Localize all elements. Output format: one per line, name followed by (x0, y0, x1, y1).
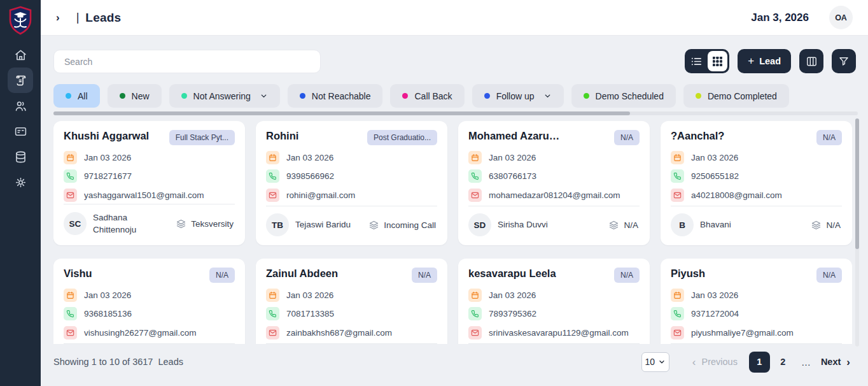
filter-chip[interactable]: Not Answering (169, 84, 280, 108)
lead-phone: 7893795362 (489, 309, 536, 318)
page-2-button[interactable]: 2 (773, 352, 794, 373)
pagination-bar: Showing 1 to 10 of 3617 Leads 10 ‹ Previ… (41, 348, 868, 376)
phone-icon (266, 307, 279, 320)
status-dot-icon (181, 93, 187, 99)
lead-card[interactable]: ?Aanchal? N/A Jan 03 2026 (661, 121, 852, 245)
owner-avatar: TB (266, 213, 289, 236)
page-1-button[interactable]: 1 (749, 352, 770, 373)
lead-date: Jan 03 2026 (691, 290, 738, 300)
grid-view-button[interactable] (708, 51, 727, 71)
course-badge: N/A (209, 268, 235, 283)
shield-logo-icon (8, 6, 33, 35)
filter-chip[interactable]: All (53, 84, 100, 108)
filter-button[interactable] (832, 49, 856, 73)
mail-icon (266, 326, 279, 340)
filter-chip-label: All (78, 91, 88, 101)
grid-vertical-scrollbar[interactable] (855, 118, 859, 347)
next-label: Next (821, 357, 841, 367)
filter-chip-label: New (132, 91, 150, 101)
next-button[interactable]: Next › (821, 357, 850, 368)
source-name: N/A (826, 220, 841, 230)
source-layers-icon (176, 218, 186, 229)
owner-name: Sirisha Duvvi (498, 218, 548, 231)
owner-avatar: B (671, 213, 694, 236)
plus-icon: + (748, 55, 754, 68)
page-header: › | Leads Jan 3, 2026 OA (41, 0, 868, 36)
search-input[interactable] (53, 50, 321, 73)
scrollbar-thumb[interactable] (53, 111, 630, 115)
status-dot-icon (484, 93, 490, 99)
filter-chip-label: Demo Scheduled (596, 91, 664, 101)
lead-card[interactable]: kesavarapu Leela N/A Jan 03 2026 (458, 259, 650, 344)
source-layers-icon (811, 220, 822, 231)
sidebar (0, 0, 41, 386)
course-badge: N/A (816, 268, 842, 283)
sidebar-item-accounts[interactable] (8, 118, 33, 144)
filter-chip[interactable]: Demo Scheduled (571, 84, 676, 108)
page-size-select[interactable]: 10 (641, 352, 669, 372)
lead-source: Teksversity (176, 218, 234, 229)
status-dot-icon (584, 93, 589, 99)
pagination-ellipsis[interactable]: … (801, 357, 812, 368)
leads-scroll-icon (14, 74, 27, 87)
status-dot-icon (120, 93, 125, 99)
pager-controls: 10 ‹ Previous 1 2 … Next › (641, 352, 850, 373)
calendar-icon (64, 151, 77, 164)
lead-card[interactable]: Mohamed Azaru… N/A Jan 03 2026 (458, 121, 650, 245)
lead-email: a40218008@gmail.com (691, 190, 782, 200)
lead-card[interactable]: Rohini Post Graduatio... Jan 03 2026 (256, 121, 447, 245)
user-avatar[interactable]: OA (829, 6, 853, 29)
sidebar-item-contacts[interactable] (8, 93, 33, 118)
sidebar-item-leads[interactable] (8, 68, 33, 93)
owner-name: Bhavani (700, 218, 731, 231)
filter-chip[interactable]: Not Reachable (288, 84, 383, 108)
sidebar-item-database[interactable] (8, 144, 33, 169)
lead-date: Jan 03 2026 (489, 290, 536, 300)
page-title: Leads (85, 11, 121, 25)
lead-email: zainbakhsh687@gmail.com (286, 328, 392, 338)
lead-phone: 6380766173 (489, 171, 536, 181)
previous-button[interactable]: ‹ Previous (692, 357, 738, 368)
status-dot-icon (402, 93, 408, 99)
app-logo[interactable] (5, 4, 36, 37)
mail-icon (671, 326, 684, 340)
chevron-down-icon (543, 92, 552, 100)
lead-phone: 9398566962 (286, 171, 334, 181)
lead-source: N/A (608, 220, 638, 231)
sidebar-item-home[interactable] (8, 42, 33, 68)
filter-chip[interactable]: Follow up (472, 84, 564, 108)
title-separator: | (76, 11, 80, 24)
page-size-value: 10 (645, 357, 655, 367)
mail-icon (64, 189, 77, 202)
filter-chip-label: Not Reachable (312, 91, 371, 101)
filter-chip[interactable]: Demo Completed (683, 84, 789, 108)
filter-chip[interactable]: Call Back (390, 84, 464, 108)
lead-card[interactable]: Zainul Abdeen N/A Jan 03 2026 (256, 259, 447, 344)
list-view-button[interactable] (687, 51, 706, 71)
lead-date: Jan 03 2026 (286, 290, 333, 300)
lead-name: Khushi Aggarwal (64, 130, 149, 142)
status-filters: All New Not Answering (53, 84, 868, 108)
lead-card[interactable]: Khushi Aggarwal Full Stack Pyt... Jan 03… (53, 121, 245, 245)
source-layers-icon (368, 220, 379, 231)
filter-chip[interactable]: New (108, 84, 162, 108)
lead-card[interactable]: Vishu N/A Jan 03 2026 (53, 259, 245, 344)
sidebar-item-settings[interactable] (8, 169, 33, 195)
users-icon (14, 99, 27, 113)
lead-name: Vishu (64, 268, 92, 280)
mail-icon (671, 189, 684, 202)
course-badge: Full Stack Pyt... (169, 130, 235, 145)
filter-funnel-icon (838, 55, 850, 67)
lead-email: srinivaskesavarapu1129@gmail.com (489, 328, 629, 338)
main-area: › | Leads Jan 3, 2026 OA + (41, 0, 868, 386)
scrollbar-thumb[interactable] (855, 118, 859, 249)
add-lead-button[interactable]: + Lead (738, 49, 791, 73)
lead-card[interactable]: Piyush N/A Jan 03 2026 (661, 259, 852, 344)
lead-date: Jan 03 2026 (489, 153, 536, 162)
chips-horizontal-scrollbar[interactable] (53, 111, 858, 115)
columns-icon (806, 55, 818, 68)
chevron-left-icon: ‹ (692, 357, 696, 368)
columns-button[interactable] (799, 49, 823, 73)
lead-email: piyushmaliye7@gmail.com (691, 328, 794, 338)
sidebar-expand-chevron-icon[interactable]: › (56, 11, 60, 24)
